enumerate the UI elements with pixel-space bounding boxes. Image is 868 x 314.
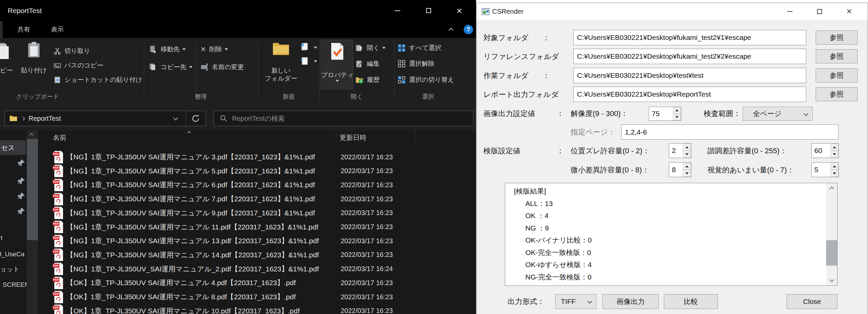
- chevron-down-icon[interactable]: [314, 47, 317, 49]
- cut-button[interactable]: 切り取り: [54, 46, 90, 56]
- csr-close-button[interactable]: ×: [839, 3, 860, 20]
- file-row[interactable]: PDF【NG】1章_TP-JL350UV SAI運用マニュアル 6.pdf【22…: [38, 178, 476, 192]
- file-row[interactable]: PDF【NG】1章_TP-JL350UV SAI運用マニュアル 9.pdf【22…: [38, 206, 476, 220]
- maximize-button[interactable]: [416, 0, 441, 21]
- visual-blur-spinner[interactable]: 5: [811, 162, 839, 177]
- column-header-date[interactable]: 更新日時: [340, 133, 367, 143]
- sidebar-item[interactable]: l_UseCa: [0, 251, 25, 258]
- spin-down-button[interactable]: [683, 170, 691, 177]
- close-dialog-button[interactable]: Close: [786, 294, 837, 309]
- paste-icon[interactable]: [28, 42, 40, 59]
- scrollbar-thumb[interactable]: [27, 139, 38, 240]
- address-dropdown-icon[interactable]: [173, 116, 178, 120]
- paste-shortcut-button[interactable]: ショートカットの貼り付け: [54, 75, 142, 85]
- file-row[interactable]: PDF【NG】1章_TP-JL350UV SAI運用マニュアル 3.pdf【22…: [38, 150, 476, 164]
- file-row[interactable]: PDF【OK】1章_TP-JL350UV SAI運用マニュアル 8.pdf【22…: [38, 290, 476, 304]
- spin-down-button[interactable]: [673, 114, 681, 120]
- spin-up-button[interactable]: [831, 144, 838, 151]
- file-row[interactable]: PDF【NG】1章_TP-JL350UV SAI運用マニュアル 13.pdf【2…: [38, 234, 476, 248]
- browse-button[interactable]: 参照: [816, 49, 858, 63]
- folder-path-input[interactable]: C:¥Users¥EB030221¥Desktop¥ReportTest: [573, 87, 806, 102]
- copy-button[interactable]: ピー: [0, 66, 15, 75]
- tab-home-sliver[interactable]: [0, 21, 3, 38]
- pages-input[interactable]: 1,2,4-6: [621, 124, 838, 140]
- history-button[interactable]: 履歴: [355, 75, 379, 85]
- range-select[interactable]: 全ページ: [743, 107, 813, 121]
- resolution-spinner[interactable]: 75: [649, 107, 681, 121]
- sidebar-item[interactable]: t: [1, 234, 2, 241]
- results-listbox[interactable]: [検版結果]ALL：13OK ：4NG ：9OK-バイナリ比較：0OK-完全一致…: [505, 183, 837, 286]
- properties-button[interactable]: プロパティ: [321, 40, 353, 89]
- help-button[interactable]: ?: [464, 25, 473, 34]
- image-output-button[interactable]: 画像出力: [602, 294, 659, 309]
- new-folder-icon[interactable]: [272, 41, 290, 57]
- address-bar[interactable]: ReportTest: [4, 111, 206, 126]
- select-none-button[interactable]: 選択解除: [398, 59, 434, 69]
- folder-path-input[interactable]: C:¥Users¥EB030221¥Desktop¥fukami_test2¥1…: [573, 30, 806, 45]
- file-row[interactable]: PDF【NG】1章_TP-JL350UV SAI運用マニュアル 14.pdf【2…: [38, 248, 476, 262]
- select-all-button[interactable]: すべて選択: [398, 43, 441, 53]
- copy-icon[interactable]: [0, 42, 11, 62]
- scroll-down-button[interactable]: [826, 276, 837, 285]
- spin-up-button[interactable]: [683, 163, 691, 170]
- chevron-down-icon[interactable]: [314, 60, 317, 62]
- file-row[interactable]: PDF【OK】1章_TP-JL350UV SAI運用マニュアル 10.pdf【2…: [38, 304, 476, 314]
- close-button[interactable]: ×: [446, 0, 472, 21]
- column-header-name[interactable]: 名前: [53, 133, 66, 143]
- column-divider[interactable]: [336, 132, 336, 143]
- new-folder-button[interactable]: 新しいフォルダー: [264, 67, 299, 82]
- folder-path-input[interactable]: C:¥Users¥EB030221¥Desktop¥test¥test: [573, 68, 806, 83]
- browse-button[interactable]: 参照: [816, 87, 858, 101]
- easy-access-button[interactable]: [301, 56, 309, 66]
- spin-up-button[interactable]: [831, 163, 838, 170]
- column-divider[interactable]: [415, 132, 415, 143]
- paste-button[interactable]: 貼り付け: [19, 66, 49, 75]
- move-to-button[interactable]: 移動先: [149, 44, 186, 54]
- rename-button[interactable]: 名前の変更: [200, 62, 244, 72]
- resolution-label: 解像度(9 - 300)：: [570, 109, 628, 119]
- csr-minimize-button[interactable]: [779, 3, 800, 20]
- results-scrollbar[interactable]: [826, 183, 837, 285]
- browse-button[interactable]: 参照: [816, 68, 858, 83]
- spin-down-button[interactable]: [683, 151, 691, 158]
- delete-button[interactable]: × 削除: [200, 44, 228, 54]
- file-row[interactable]: PDF【NG】1章_TP-JL350UV SAI運用マニュアル 11.pdf【2…: [38, 220, 476, 234]
- refresh-icon[interactable]: [191, 114, 200, 123]
- file-row[interactable]: PDF【NG】1章_TP-JL350UV SAI運用マニュアル 7.pdf【22…: [38, 192, 476, 206]
- file-row[interactable]: PDF【OK】1章_TP-JL350UV SAI運用マニュアル 4.pdf【22…: [38, 276, 476, 290]
- collapse-ribbon-icon[interactable]: [448, 28, 453, 32]
- browse-button[interactable]: 参照: [816, 31, 858, 45]
- sidebar-scrollbar[interactable]: [27, 131, 38, 314]
- search-input[interactable]: ReportTestの検索: [214, 111, 473, 126]
- sidebar-item[interactable]: SCREEN: [3, 281, 29, 288]
- csrender-window: CSRender × 対象フォルダ：C:¥Users¥EB030221¥Desk…: [476, 3, 868, 314]
- breadcrumb[interactable]: ReportTest: [29, 115, 61, 122]
- folder-path-input[interactable]: C:¥Users¥EB030221¥Desktop¥fukami_test2¥2…: [573, 49, 806, 64]
- scrollbar-thumb[interactable]: [826, 240, 837, 266]
- open-button[interactable]: 開く: [355, 43, 385, 53]
- copy-to-button[interactable]: コピー先: [149, 62, 192, 72]
- file-row[interactable]: PDF【NG】1章_TP-JL350UV SAI運用マニュアル 5.pdf【22…: [38, 164, 476, 178]
- copy-path-button[interactable]: パスのコピー: [54, 60, 103, 70]
- position-tolerance-spinner[interactable]: 2: [669, 143, 691, 158]
- edit-button[interactable]: 編集: [355, 59, 379, 69]
- sidebar-item[interactable]: ョット: [0, 265, 20, 274]
- sidebar-item-quick-access[interactable]: セス: [0, 140, 26, 155]
- spin-up-button[interactable]: [683, 144, 691, 151]
- file-row[interactable]: PDF【NG】1章_TP-JL350UV_SAI運用マニュアル_2.pdf【22…: [38, 262, 476, 276]
- tab-view[interactable]: 表示: [44, 21, 71, 38]
- spin-up-button[interactable]: [673, 107, 681, 114]
- new-item-button[interactable]: [301, 42, 309, 53]
- scroll-up-button[interactable]: [826, 183, 837, 193]
- minimize-button[interactable]: [384, 0, 410, 21]
- tab-share[interactable]: 共有: [10, 21, 37, 38]
- minor-diff-spinner[interactable]: 8: [669, 162, 691, 177]
- tone-tolerance-spinner[interactable]: 60: [811, 143, 839, 158]
- scroll-up-icon[interactable]: [30, 133, 34, 137]
- spin-down-button[interactable]: [831, 170, 838, 177]
- output-format-select[interactable]: TIFF: [555, 294, 596, 309]
- invert-selection-button[interactable]: 選択の切り替え: [398, 75, 454, 85]
- compare-button[interactable]: 比較: [664, 294, 718, 309]
- csr-maximize-button[interactable]: [809, 3, 830, 20]
- spin-down-button[interactable]: [831, 151, 838, 158]
